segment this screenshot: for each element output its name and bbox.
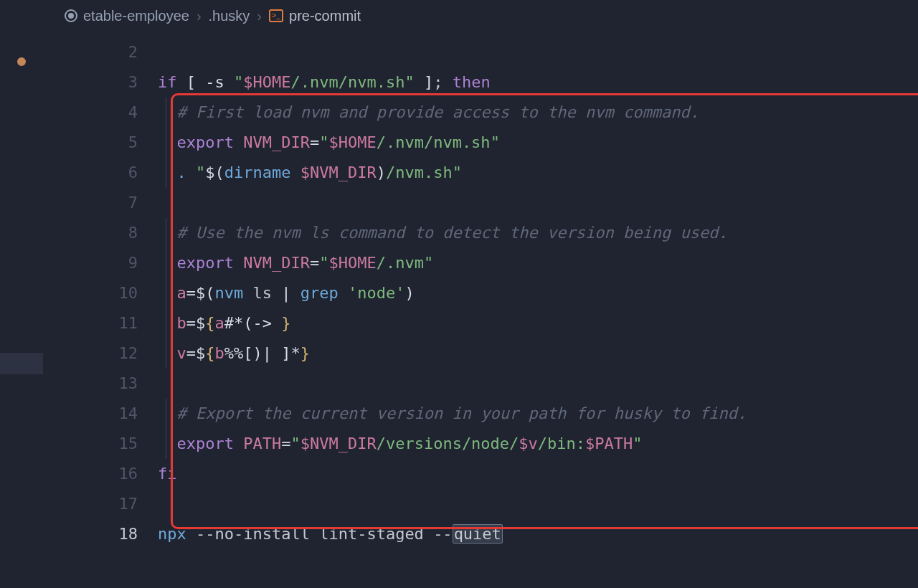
- line-number[interactable]: 16: [43, 459, 138, 489]
- code-line[interactable]: a=$(nvm ls | grep 'node'): [158, 278, 918, 308]
- minimap-slice: [0, 353, 43, 374]
- chevron-right-icon: ›: [197, 8, 202, 24]
- code-line[interactable]: export NVM_DIR="$HOME/.nvm/nvm.sh": [158, 128, 918, 158]
- code-line[interactable]: fi: [158, 459, 918, 489]
- line-number[interactable]: 17: [43, 489, 138, 519]
- line-number[interactable]: 12: [43, 338, 138, 369]
- code-line[interactable]: npx --no-install lint-staged --quiet: [158, 519, 918, 549]
- code-editor[interactable]: 23456789101112131415161718 if [ -s "$HOM…: [43, 32, 918, 588]
- line-number-gutter[interactable]: 23456789101112131415161718: [43, 37, 158, 588]
- line-number[interactable]: 13: [43, 369, 138, 399]
- breadcrumb-project[interactable]: etable-employee: [65, 8, 189, 24]
- target-icon: [65, 9, 77, 22]
- line-number[interactable]: 11: [43, 308, 138, 338]
- code-line[interactable]: [158, 37, 918, 67]
- line-number[interactable]: 2: [43, 37, 138, 67]
- terminal-icon: >_: [269, 9, 283, 22]
- code-line[interactable]: # Use the nvm ls command to detect the v…: [158, 218, 918, 248]
- code-line[interactable]: export PATH="$NVM_DIR/versions/node/$v/b…: [158, 429, 918, 459]
- line-number[interactable]: 6: [43, 158, 138, 188]
- modified-dot-icon: [17, 57, 26, 66]
- code-line[interactable]: # Export the current version in your pat…: [158, 399, 918, 429]
- breadcrumb-file[interactable]: >_ pre-commit: [269, 8, 361, 24]
- code-line[interactable]: [158, 369, 918, 399]
- line-number[interactable]: 14: [43, 399, 138, 429]
- breadcrumb-label: pre-commit: [289, 8, 361, 24]
- code-line[interactable]: # First load nvm and provide access to t…: [158, 98, 918, 128]
- line-number[interactable]: 5: [43, 128, 138, 158]
- line-number[interactable]: 18: [43, 519, 138, 549]
- breadcrumb-label: etable-employee: [83, 8, 189, 24]
- breadcrumb[interactable]: etable-employee › .husky › >_ pre-commit: [43, 0, 918, 32]
- code-line[interactable]: if [ -s "$HOME/.nvm/nvm.sh" ]; then: [158, 67, 918, 98]
- code-line[interactable]: [158, 188, 918, 218]
- line-number[interactable]: 7: [43, 188, 138, 218]
- line-number[interactable]: 3: [43, 67, 138, 98]
- line-number[interactable]: 4: [43, 98, 138, 128]
- code-line[interactable]: b=${a#*(-> }: [158, 308, 918, 338]
- line-number[interactable]: 15: [43, 429, 138, 459]
- breadcrumb-label: .husky: [209, 8, 250, 24]
- code-line[interactable]: . "$(dirname $NVM_DIR)/nvm.sh": [158, 158, 918, 188]
- line-number[interactable]: 9: [43, 248, 138, 278]
- code-line[interactable]: [158, 489, 918, 519]
- code-line[interactable]: v=${b%%[)| ]*}: [158, 338, 918, 369]
- activity-bar: [0, 0, 43, 588]
- chevron-right-icon: ›: [257, 8, 262, 24]
- code-area[interactable]: if [ -s "$HOME/.nvm/nvm.sh" ]; then # Fi…: [158, 37, 918, 588]
- breadcrumb-folder[interactable]: .husky: [209, 8, 250, 24]
- code-line[interactable]: export NVM_DIR="$HOME/.nvm": [158, 248, 918, 278]
- line-number[interactable]: 10: [43, 278, 138, 308]
- line-number[interactable]: 8: [43, 218, 138, 248]
